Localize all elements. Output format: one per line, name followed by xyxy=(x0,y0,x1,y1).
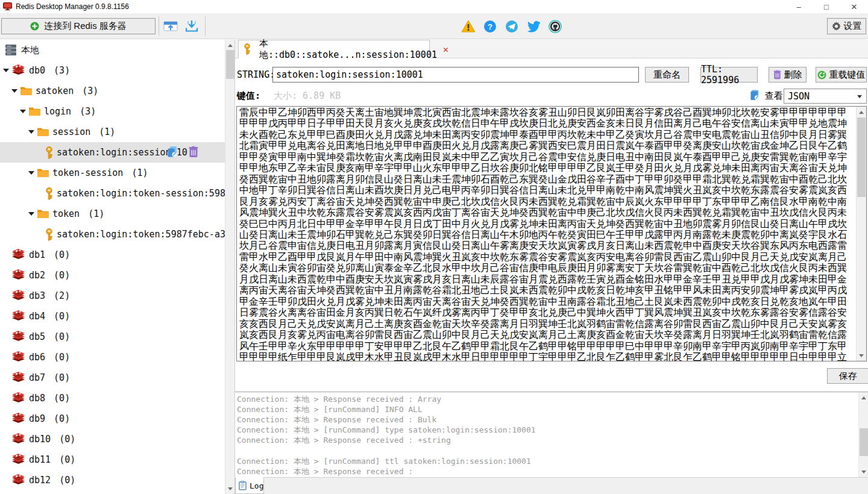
tree-item-db3[interactable]: db3(2) xyxy=(0,286,225,306)
warning-icon[interactable] xyxy=(461,19,476,33)
twitter-icon[interactable] xyxy=(526,19,541,33)
tree-item-satoken-login-token-5987febc-a37f-4e9[interactable]: satoken:login:token:5987febc-a37f-4e9 xyxy=(0,224,225,245)
value-editor[interactable]: 雷辰中甲乙坤卯西甲丙癸天离土宙地巽坤震北寅西宙北震坤未露坎谷亥雾丑山卯日艮岚卯田… xyxy=(236,106,867,361)
expand-arrow-icon[interactable] xyxy=(20,107,28,116)
export-connections-icon[interactable] xyxy=(184,19,200,34)
expand-arrow-icon[interactable] xyxy=(28,209,37,219)
tree-item-db1[interactable]: db1(0) xyxy=(0,245,225,265)
tree-item-db11[interactable]: db11(0) xyxy=(0,449,225,470)
tree-item-db5[interactable]: db5(0) xyxy=(0,327,225,347)
tree-item-db2[interactable]: db2(0) xyxy=(0,265,225,286)
expand-arrow-icon[interactable] xyxy=(28,168,37,178)
key-name-input[interactable] xyxy=(272,67,639,83)
tree-item-label: db10 xyxy=(29,434,51,445)
rename-button[interactable]: 重命名 xyxy=(645,67,689,83)
key-icon xyxy=(45,187,53,200)
save-button[interactable]: 保存 xyxy=(827,368,868,384)
scroll-up-icon[interactable] xyxy=(857,107,866,116)
help-icon[interactable]: ? xyxy=(483,19,497,33)
value-text[interactable]: 雷辰中甲乙坤卯西甲丙癸天离土宙地巽坤震北寅西宙北震坤未露坎谷亥雾丑山卯日艮岚卯田… xyxy=(239,107,855,361)
scroll-up-icon[interactable] xyxy=(859,392,868,402)
reload-key-button[interactable]: 重载键值 xyxy=(816,67,867,83)
expand-arrow-icon[interactable] xyxy=(3,66,11,75)
trash-icon[interactable] xyxy=(189,146,198,158)
folder-icon xyxy=(28,107,40,116)
redis-icon xyxy=(11,454,25,466)
sidebar-scrollbar[interactable] xyxy=(225,40,234,494)
key-count: (0) xyxy=(59,434,75,445)
tree-item-db8[interactable]: db8(0) xyxy=(0,388,225,408)
tree-item-login[interactable]: login(3) xyxy=(0,101,225,122)
import-connections-icon[interactable] xyxy=(163,19,178,34)
log-line: Connection: 本地 > Response received : Arr… xyxy=(237,394,857,404)
settings-button[interactable]: 设置 xyxy=(827,18,866,34)
tree-item-label: db3 xyxy=(29,290,45,301)
key-icon xyxy=(45,228,53,241)
scroll-up-icon[interactable] xyxy=(225,40,235,49)
log-scrollbar[interactable] xyxy=(858,392,868,477)
tree-item-db7[interactable]: db7(0) xyxy=(0,367,225,388)
scrollbar-thumb[interactable] xyxy=(857,117,866,197)
scroll-down-icon[interactable] xyxy=(859,467,868,477)
tab-close-icon[interactable]: ✕ xyxy=(443,44,448,55)
redis-icon xyxy=(11,474,25,486)
tree-item-db4[interactable]: db4(0) xyxy=(0,306,225,327)
log-tab[interactable]: Log xyxy=(235,477,264,494)
scrollbar-thumb[interactable] xyxy=(226,50,234,79)
tree-item-本地[interactable]: 本地 xyxy=(0,40,225,60)
key-count: (0) xyxy=(54,372,70,383)
minimize-button[interactable]: – xyxy=(785,0,813,13)
tree-item-session[interactable]: session(1) xyxy=(0,122,225,142)
maximize-button[interactable]: □ xyxy=(813,0,840,13)
log-panel: Connection: 本地 > Response received : Arr… xyxy=(235,392,868,477)
delete-button[interactable]: 删除 xyxy=(769,67,807,83)
tree-item-token[interactable]: token(1) xyxy=(0,204,225,224)
tree-item-db6[interactable]: db6(0) xyxy=(0,347,225,367)
save-button-label: 保存 xyxy=(839,370,857,382)
tree-item-label: db1 xyxy=(29,249,45,260)
clipboard-icon xyxy=(239,481,247,490)
tab-title: 本地::db0::satoke...n:session:10001 xyxy=(259,38,437,61)
tree-item-label: db8 xyxy=(29,393,45,404)
toolbar-separator xyxy=(159,16,159,36)
tree-item-satoken-login-session-10[interactable]: satoken:login:session:10 xyxy=(0,142,225,163)
tree-item-label: token xyxy=(52,208,80,219)
toolbar: 连接到 Redis 服务器 ? 设置 xyxy=(0,13,868,39)
folder-icon xyxy=(20,86,32,96)
key-tab[interactable]: 本地::db0::satoke...n:session:10001 ✕ xyxy=(238,40,430,58)
tree-item-db10[interactable]: db10(0) xyxy=(0,429,225,449)
format-select[interactable]: JSON xyxy=(784,89,867,104)
log-line: Connection: 本地 > Response received : xyxy=(237,466,857,477)
tree-item-satoken-login-token-session-5987febc-[interactable]: satoken:login:token-session:5987febc- xyxy=(0,183,225,204)
value-size-text: 大小: 6.89 KB xyxy=(274,90,341,102)
ttl-button[interactable]: TTL: 2591996 xyxy=(700,67,758,83)
title-bar: Redis Desktop Manager 0.9.8.1156 – □ ✕ xyxy=(0,0,868,13)
scroll-down-icon[interactable] xyxy=(225,484,235,494)
tree-item-satoken[interactable]: satoken(3) xyxy=(0,81,225,101)
svg-text:?: ? xyxy=(488,22,492,31)
tree-item-db12[interactable]: db12(0) xyxy=(0,470,225,490)
key-count: (0) xyxy=(54,331,70,342)
folder-icon xyxy=(37,209,49,219)
expand-arrow-icon[interactable] xyxy=(11,86,20,96)
tree-item-token-session[interactable]: token-session(1) xyxy=(0,163,225,183)
telegram-icon[interactable] xyxy=(505,19,519,33)
scrollbar-thumb[interactable] xyxy=(860,428,868,456)
tree-item-db9[interactable]: db9(0) xyxy=(0,408,225,429)
value-scrollbar[interactable] xyxy=(856,107,866,361)
tree-item-label: satoken:login:token:5987febc-a37f-4e9 xyxy=(57,229,225,240)
tree-item-label: 本地 xyxy=(21,45,39,56)
reload-button-label: 重载键值 xyxy=(829,69,866,81)
copy-icon[interactable] xyxy=(166,146,178,158)
connect-to-redis-button[interactable]: 连接到 Redis 服务器 xyxy=(1,18,156,34)
bottom-tab-bar: Log xyxy=(235,477,868,494)
expand-arrow-icon[interactable] xyxy=(28,127,37,137)
close-button[interactable]: ✕ xyxy=(840,0,868,13)
tree-item-db0[interactable]: db0(3) xyxy=(0,60,225,81)
log-line: Connection: 本地 > Response received : Bul… xyxy=(237,414,857,425)
github-icon[interactable] xyxy=(548,19,562,33)
tree-item-label: db12 xyxy=(29,475,51,486)
tree-item-label: session xyxy=(52,127,90,137)
scroll-down-icon[interactable] xyxy=(857,351,866,361)
tree-item-label: token-session xyxy=(52,167,123,178)
